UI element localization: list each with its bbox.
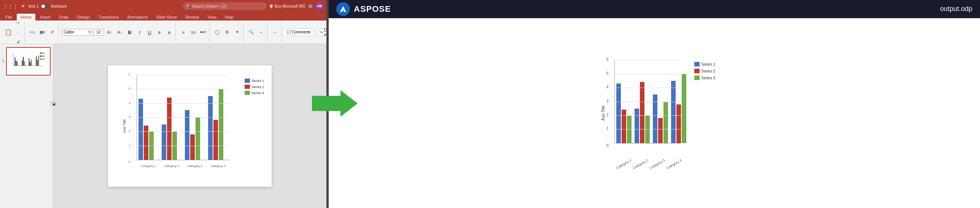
drawing-group: ◯ ⧉ ✦: [211, 22, 243, 42]
chart-y-axis-title-left: Axis Title: [123, 119, 126, 133]
buy-microsoft-btn[interactable]: 🛡️ Buy Microsoft 365: [269, 4, 305, 8]
font-dropdown-icon: ▾: [89, 30, 90, 34]
settings-btn[interactable]: ⚙️: [308, 4, 313, 8]
filename-label: test 1: [29, 4, 39, 8]
tab-insert[interactable]: Insert: [36, 14, 54, 20]
bullets-btn[interactable]: ≡: [179, 28, 188, 37]
rbar-cat2-s1: [635, 109, 639, 143]
chart-legend-left: Series 1 Series 2 Series 3: [245, 79, 264, 95]
bar-cat4-s2: [213, 120, 218, 160]
numbering-btn[interactable]: 1≡: [189, 28, 198, 37]
bar-cat3-s1: [185, 110, 189, 160]
search-bar[interactable]: 🔍 Search (Option + Q): [183, 2, 267, 10]
chart-plot-area-right: 6 5 4 3 2 1 0: [614, 60, 681, 143]
clipboard-group: 📋 ✂ 📄 🖌: [2, 22, 25, 42]
bar-cat2-s2: [167, 98, 172, 160]
panel-collapse-btn[interactable]: ◀: [51, 101, 56, 107]
font-color-btn[interactable]: A: [165, 28, 174, 37]
search-placeholder: Search (Option + Q): [192, 4, 226, 8]
bar-cat4-s3: [219, 89, 223, 160]
rbar-cat4-s3: [682, 74, 686, 143]
aspose-window: ASPOSE output.odp Axis Title 6 5 4 3: [329, 0, 980, 208]
bar-cat1-s2: [144, 126, 148, 160]
arrange-btn[interactable]: ⧉: [223, 28, 232, 37]
aspose-header: ASPOSE output.odp: [329, 0, 980, 18]
title-bar-left: ⋮⋮⋮ P test 1 Autosave: [3, 3, 181, 9]
bar-cat3-s3: [196, 117, 200, 160]
rbar-cat1-s1: [616, 84, 621, 143]
cut-btn[interactable]: ✂: [14, 18, 23, 27]
bold-btn[interactable]: B: [125, 28, 134, 37]
paste-btn[interactable]: 📋: [4, 28, 13, 37]
strikethrough-btn[interactable]: S̶: [155, 28, 164, 37]
shape-btn[interactable]: ◯: [213, 28, 222, 37]
italic-btn[interactable]: I: [135, 28, 144, 37]
chart-legend-right: Series 1 Series 2 Series 3: [694, 62, 715, 80]
aspose-logo: ASPOSE: [336, 2, 391, 16]
rbar-cat1-s2: [622, 110, 626, 143]
title-bar-right: 🛡️ Buy Microsoft 365 ⚙️ MB: [269, 2, 323, 10]
more-group: ···: [269, 22, 282, 42]
output-chart-container: Axis Title 6 5 4 3 2 1 0: [593, 58, 715, 168]
tab-slideshow[interactable]: Slide Show: [152, 14, 181, 20]
slide-main[interactable]: Axis Title 6 5 4 3: [108, 65, 272, 187]
chart-x-labels-right: Category 1 Category 2 Category 3 Categor…: [614, 161, 681, 166]
conversion-arrow: [312, 88, 358, 120]
tab-transitions[interactable]: Transitions: [95, 14, 123, 20]
chart-x-labels-left: Category 1 Category 2 Category 3 Categor…: [137, 164, 230, 168]
slide-thumbnail[interactable]: S1 S2 S3: [6, 47, 51, 76]
powerpoint-app-icon: P: [20, 3, 26, 9]
rbar-cat4-s2: [676, 104, 681, 143]
layout-btn[interactable]: ▦▾: [38, 28, 47, 37]
svg-marker-1: [312, 90, 358, 117]
align-left-btn[interactable]: ⬅≡: [199, 28, 208, 37]
increase-font-btn[interactable]: A↑: [105, 28, 114, 37]
replace-btn[interactable]: ↔: [256, 28, 266, 37]
decrease-font-btn[interactable]: A↓: [115, 28, 124, 37]
ppt-content-area: 1: [0, 44, 326, 208]
tab-draw[interactable]: Draw: [55, 14, 73, 20]
font-group: Calibri ▾ 12 A↑ A↓ B I U S̶ A: [60, 22, 176, 42]
bar-cat4-s1: [208, 96, 213, 160]
more-btn[interactable]: ···: [270, 28, 280, 37]
font-name-box[interactable]: Calibri ▾: [62, 29, 92, 36]
new-slide-btn[interactable]: +▭: [28, 28, 37, 37]
editing-group: 🔍 ↔: [245, 22, 267, 42]
tab-review[interactable]: Review: [181, 14, 203, 20]
rbar-cat3-s2: [658, 118, 663, 143]
comment-icon: 💬: [286, 30, 291, 34]
slide-panel: 1: [0, 44, 53, 208]
chart-y-axis-title-right: Axis Title: [601, 106, 605, 121]
bar-cat1-s1: [138, 99, 143, 160]
font-size-box[interactable]: 12: [93, 29, 104, 36]
aspose-filename: output.odp: [940, 5, 972, 13]
autosave-toggle[interactable]: Autosave: [41, 4, 67, 8]
ribbon-tabs: File Home Insert Draw Design Transitions…: [0, 12, 326, 20]
slide-number: 1: [2, 59, 5, 63]
tab-animations[interactable]: Animations: [123, 14, 151, 20]
find-btn[interactable]: 🔍: [247, 28, 256, 37]
user-avatar[interactable]: MB: [316, 2, 323, 10]
tab-help[interactable]: Help: [221, 14, 237, 20]
reset-btn[interactable]: ↺: [48, 28, 57, 37]
app-grid-icon[interactable]: ⋮⋮⋮: [3, 3, 18, 9]
slides-group: +▭ ▦▾ ↺: [26, 22, 59, 42]
rbar-cat2-s2: [640, 82, 644, 143]
ribbon-toolbar: 📋 ✂ 📄 🖌 +▭ ▦▾ ↺ Calibri ▾ 12 A↑: [0, 20, 326, 44]
aspose-logo-icon: [336, 2, 350, 16]
slide-canvas[interactable]: ◀ Axis Title: [53, 44, 326, 208]
bar-cat2-s1: [162, 124, 166, 160]
quick-styles-btn[interactable]: ✦: [232, 28, 242, 37]
rbar-cat4-s1: [671, 81, 676, 143]
rbar-cat3-s3: [663, 102, 668, 143]
search-icon: 🔍: [186, 4, 191, 8]
comments-btn[interactable]: 💬 Comments: [283, 28, 314, 36]
copy-btn[interactable]: 📄: [14, 28, 23, 37]
catchup-icon: ↪: [320, 30, 323, 34]
shield-icon: 🛡️: [269, 4, 274, 8]
tab-view[interactable]: View: [204, 14, 220, 20]
autosave-label: Autosave: [51, 4, 67, 8]
underline-btn[interactable]: U: [145, 28, 154, 37]
tab-design[interactable]: Design: [73, 14, 94, 20]
powerpoint-window: ⋮⋮⋮ P test 1 Autosave 🔍 Search (Option +…: [0, 0, 326, 208]
